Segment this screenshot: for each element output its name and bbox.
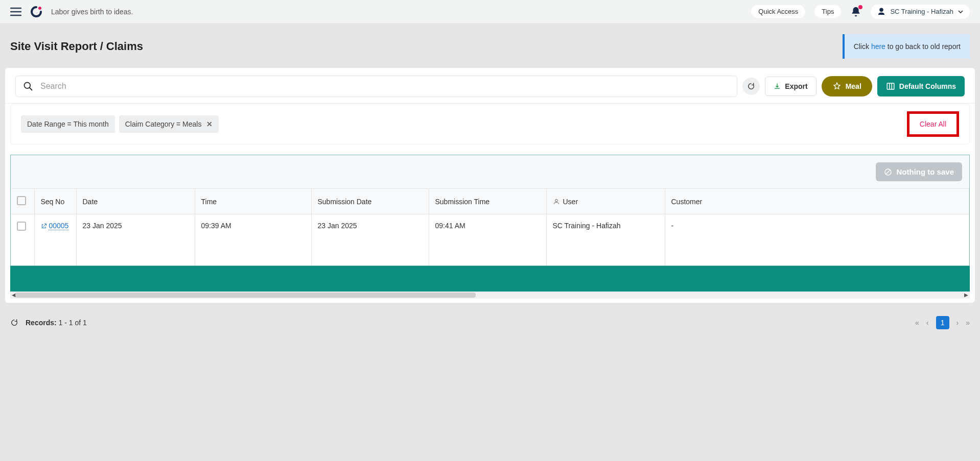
page-current[interactable]: 1 [936,316,949,329]
old-report-link[interactable]: here [871,42,885,51]
filter-date-range[interactable]: Date Range = This month [21,115,115,133]
svg-point-11 [555,199,557,202]
columns-icon [886,82,895,91]
cell-customer: - [665,214,969,265]
svg-rect-6 [887,83,894,89]
user-icon [553,198,560,205]
scroll-thumb[interactable] [15,293,476,298]
search-icon [23,81,33,91]
clear-all-button[interactable]: Clear All [907,111,959,137]
page-title: Site Visit Report / Claims [10,40,143,53]
notification-dot [858,5,862,9]
meal-button[interactable]: Meal [822,76,872,96]
chevron-down-icon [958,9,964,15]
col-submission-date[interactable]: Submission Date [311,189,429,214]
quick-access-button[interactable]: Quick Access [751,5,805,18]
user-menu[interactable]: SC Training - Hafizah [871,5,970,19]
remove-filter-icon[interactable]: ✕ [206,120,213,128]
records-label: Records: [26,319,57,327]
refresh-icon [747,82,755,90]
download-icon [774,83,781,90]
page-next[interactable]: › [956,319,959,327]
page-prev[interactable]: ‹ [926,319,929,327]
col-submission-time[interactable]: Submission Time [429,189,546,214]
cell-date: 23 Jan 2025 [76,214,195,265]
page-first[interactable]: « [915,319,919,327]
refresh-button[interactable] [742,78,760,95]
svg-point-3 [38,7,41,10]
star-icon [832,82,842,91]
old-report-banner: Click here to go back to old report [843,34,970,59]
external-link-icon [41,223,47,229]
scroll-right-icon[interactable]: ▶ [963,292,970,299]
col-time[interactable]: Time [195,189,311,214]
search-input[interactable] [40,82,730,91]
table-row[interactable]: 00005 23 Jan 2025 09:39 AM 23 Jan 2025 0… [11,214,969,265]
records-value: 1 - 1 of 1 [59,319,87,327]
default-columns-button[interactable]: Default Columns [877,76,965,96]
notifications-icon[interactable] [850,6,861,17]
page-last[interactable]: » [966,319,970,327]
svg-line-5 [30,88,32,90]
row-select[interactable] [11,214,34,265]
search-field[interactable] [15,76,737,97]
filter-claim-category[interactable]: Claim Category = Meals ✕ [119,115,219,133]
col-user[interactable]: User [546,189,665,214]
prohibit-icon [884,168,892,176]
summary-bar [10,266,970,292]
cell-time: 09:39 AM [195,214,311,265]
user-icon [877,7,886,16]
app-logo[interactable] [31,6,42,17]
tips-button[interactable]: Tips [814,5,841,18]
select-all-header[interactable] [11,189,34,214]
menu-toggle[interactable] [10,7,21,16]
col-seq[interactable]: Seq No [34,189,76,214]
tagline: Labor gives birth to ideas. [51,8,133,16]
col-date[interactable]: Date [76,189,195,214]
refresh-icon[interactable] [10,319,18,327]
horizontal-scrollbar[interactable]: ◀ ▶ [10,292,970,299]
svg-line-10 [886,170,890,174]
col-customer[interactable]: Customer [665,189,969,214]
user-name: SC Training - Hafizah [890,8,953,15]
cell-submission-date: 23 Jan 2025 [311,214,429,265]
cell-user: SC Training - Hafizah [546,214,665,265]
seq-link[interactable]: 00005 [49,222,68,230]
cell-submission-time: 09:41 AM [429,214,546,265]
nothing-to-save-button: Nothing to save [876,162,962,181]
export-button[interactable]: Export [765,77,816,96]
